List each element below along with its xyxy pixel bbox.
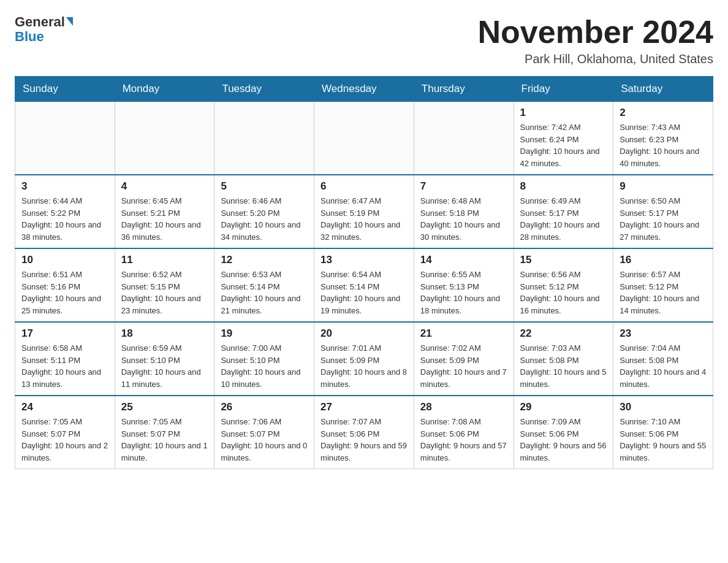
day-number: 20 [320,327,408,340]
calendar-cell: 2Sunrise: 7:43 AMSunset: 6:23 PMDaylight… [613,102,713,175]
day-number: 21 [420,327,507,340]
day-number: 14 [420,254,507,266]
calendar-cell: 17Sunrise: 6:58 AMSunset: 5:11 PMDayligh… [15,322,115,396]
logo-text-blue: Blue [15,29,44,44]
day-info: Sunrise: 6:49 AMSunset: 5:17 PMDaylight:… [520,195,607,243]
column-header-tuesday: Tuesday [214,77,314,102]
calendar-cell [115,102,214,175]
day-info: Sunrise: 7:07 AMSunset: 5:06 PMDaylight:… [320,416,408,464]
day-number: 27 [320,401,408,413]
calendar-cell: 20Sunrise: 7:01 AMSunset: 5:09 PMDayligh… [314,322,414,396]
page-header: General Blue November 2024 Park Hill, Ok… [15,15,713,66]
day-info: Sunrise: 6:45 AMSunset: 5:21 PMDaylight:… [121,195,208,243]
day-number: 17 [21,327,108,340]
calendar-cell: 25Sunrise: 7:05 AMSunset: 5:07 PMDayligh… [115,396,214,469]
calendar-header-row: SundayMondayTuesdayWednesdayThursdayFrid… [15,77,713,102]
day-number: 11 [121,254,208,266]
calendar-cell: 10Sunrise: 6:51 AMSunset: 5:16 PMDayligh… [15,248,115,322]
day-info: Sunrise: 7:05 AMSunset: 5:07 PMDaylight:… [121,416,208,464]
calendar-cell: 16Sunrise: 6:57 AMSunset: 5:12 PMDayligh… [613,248,713,322]
calendar-table: SundayMondayTuesdayWednesdayThursdayFrid… [15,76,713,469]
column-header-saturday: Saturday [613,77,713,102]
logo-text-general: General [15,15,65,29]
day-number: 16 [620,254,707,266]
day-info: Sunrise: 6:56 AMSunset: 5:12 PMDaylight:… [520,269,607,316]
title-section: November 2024 Park Hill, Oklahoma, Unite… [478,15,713,66]
day-number: 29 [520,401,607,413]
month-title: November 2024 [478,15,713,50]
day-info: Sunrise: 7:05 AMSunset: 5:07 PMDaylight:… [21,416,108,464]
day-info: Sunrise: 7:03 AMSunset: 5:08 PMDaylight:… [520,342,607,390]
calendar-cell [314,102,414,175]
day-number: 22 [520,327,607,340]
location-text: Park Hill, Oklahoma, United States [478,52,713,66]
day-info: Sunrise: 6:54 AMSunset: 5:14 PMDaylight:… [320,269,408,316]
calendar-cell: 11Sunrise: 6:52 AMSunset: 5:15 PMDayligh… [115,248,214,322]
day-number: 13 [320,254,408,266]
day-number: 28 [420,401,507,413]
calendar-cell: 6Sunrise: 6:47 AMSunset: 5:19 PMDaylight… [314,175,414,248]
calendar-cell: 18Sunrise: 6:59 AMSunset: 5:10 PMDayligh… [115,322,214,396]
day-info: Sunrise: 6:52 AMSunset: 5:15 PMDaylight:… [121,269,208,316]
calendar-cell [414,102,514,175]
day-info: Sunrise: 6:48 AMSunset: 5:18 PMDaylight:… [420,195,507,243]
calendar-cell: 1Sunrise: 7:42 AMSunset: 6:24 PMDaylight… [514,102,613,175]
column-header-friday: Friday [514,77,613,102]
logo-arrow-icon [66,17,73,26]
day-number: 30 [620,401,707,413]
calendar-cell: 21Sunrise: 7:02 AMSunset: 5:09 PMDayligh… [414,322,514,396]
day-number: 7 [420,180,507,193]
day-number: 6 [320,180,408,193]
day-number: 4 [121,180,208,193]
calendar-cell: 19Sunrise: 7:00 AMSunset: 5:10 PMDayligh… [214,322,314,396]
day-info: Sunrise: 6:53 AMSunset: 5:14 PMDaylight:… [221,269,308,316]
calendar-week-row: 10Sunrise: 6:51 AMSunset: 5:16 PMDayligh… [15,248,713,322]
calendar-cell: 8Sunrise: 6:49 AMSunset: 5:17 PMDaylight… [514,175,613,248]
day-info: Sunrise: 6:59 AMSunset: 5:10 PMDaylight:… [121,342,208,390]
day-info: Sunrise: 6:51 AMSunset: 5:16 PMDaylight:… [21,269,108,316]
day-number: 25 [121,401,208,413]
calendar-cell: 23Sunrise: 7:04 AMSunset: 5:08 PMDayligh… [613,322,713,396]
calendar-cell: 7Sunrise: 6:48 AMSunset: 5:18 PMDaylight… [414,175,514,248]
day-number: 18 [121,327,208,340]
day-info: Sunrise: 7:02 AMSunset: 5:09 PMDaylight:… [420,342,507,390]
calendar-cell: 9Sunrise: 6:50 AMSunset: 5:17 PMDaylight… [613,175,713,248]
day-info: Sunrise: 7:01 AMSunset: 5:09 PMDaylight:… [320,342,408,390]
day-info: Sunrise: 7:43 AMSunset: 6:23 PMDaylight:… [620,121,707,169]
calendar-cell: 29Sunrise: 7:09 AMSunset: 5:06 PMDayligh… [514,396,613,469]
day-number: 15 [520,254,607,266]
day-info: Sunrise: 6:55 AMSunset: 5:13 PMDaylight:… [420,269,507,316]
calendar-cell: 4Sunrise: 6:45 AMSunset: 5:21 PMDaylight… [115,175,214,248]
calendar-week-row: 1Sunrise: 7:42 AMSunset: 6:24 PMDaylight… [15,102,713,175]
calendar-week-row: 3Sunrise: 6:44 AMSunset: 5:22 PMDaylight… [15,175,713,248]
day-number: 19 [221,327,308,340]
calendar-cell: 5Sunrise: 6:46 AMSunset: 5:20 PMDaylight… [214,175,314,248]
calendar-week-row: 24Sunrise: 7:05 AMSunset: 5:07 PMDayligh… [15,396,713,469]
calendar-cell: 26Sunrise: 7:06 AMSunset: 5:07 PMDayligh… [214,396,314,469]
column-header-sunday: Sunday [15,77,115,102]
calendar-cell [214,102,314,175]
calendar-cell: 24Sunrise: 7:05 AMSunset: 5:07 PMDayligh… [15,396,115,469]
day-info: Sunrise: 7:06 AMSunset: 5:07 PMDaylight:… [221,416,308,464]
day-number: 3 [21,180,108,193]
calendar-cell: 13Sunrise: 6:54 AMSunset: 5:14 PMDayligh… [314,248,414,322]
calendar-cell: 15Sunrise: 6:56 AMSunset: 5:12 PMDayligh… [514,248,613,322]
day-info: Sunrise: 6:50 AMSunset: 5:17 PMDaylight:… [620,195,707,243]
calendar-cell: 22Sunrise: 7:03 AMSunset: 5:08 PMDayligh… [514,322,613,396]
column-header-wednesday: Wednesday [314,77,414,102]
day-number: 2 [620,107,707,119]
logo: General Blue [15,15,73,44]
day-info: Sunrise: 7:04 AMSunset: 5:08 PMDaylight:… [620,342,707,390]
day-info: Sunrise: 6:47 AMSunset: 5:19 PMDaylight:… [320,195,408,243]
calendar-cell: 14Sunrise: 6:55 AMSunset: 5:13 PMDayligh… [414,248,514,322]
day-number: 9 [620,180,707,193]
day-info: Sunrise: 6:46 AMSunset: 5:20 PMDaylight:… [221,195,308,243]
day-info: Sunrise: 7:09 AMSunset: 5:06 PMDaylight:… [520,416,607,464]
day-number: 10 [21,254,108,266]
calendar-week-row: 17Sunrise: 6:58 AMSunset: 5:11 PMDayligh… [15,322,713,396]
day-number: 24 [21,401,108,413]
day-info: Sunrise: 7:42 AMSunset: 6:24 PMDaylight:… [520,121,607,169]
day-info: Sunrise: 7:08 AMSunset: 5:06 PMDaylight:… [420,416,507,464]
day-number: 8 [520,180,607,193]
calendar-cell: 28Sunrise: 7:08 AMSunset: 5:06 PMDayligh… [414,396,514,469]
